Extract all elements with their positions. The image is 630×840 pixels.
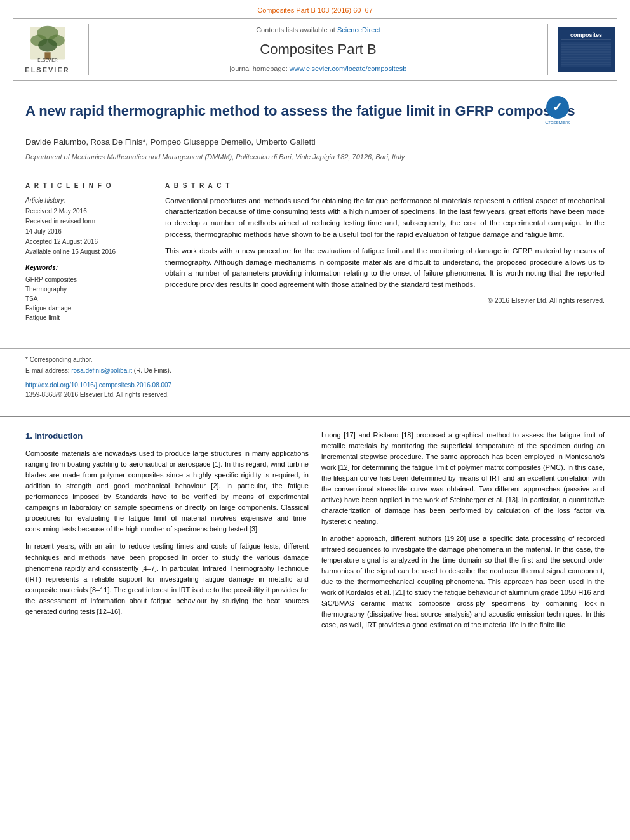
accepted-date: Accepted 12 August 2016 — [25, 237, 146, 246]
keywords-title: Keywords: — [25, 263, 146, 272]
keyword-fatigue-damage: Fatigue damage — [25, 303, 146, 313]
abstract-heading: A B S T R A C T — [165, 181, 605, 190]
journal-header: ELSEVIER ELSEVIER Contents lists availab… — [13, 18, 617, 81]
science-direct-prefix: Contents lists available at — [256, 26, 335, 34]
email-link[interactable]: rosa.definis@poliba.it — [71, 367, 132, 374]
affiliation: Department of Mechanics Mathematics and … — [25, 152, 605, 163]
section-label: Introduction — [34, 431, 83, 441]
article-body: A new rapid thermographic method to asse… — [0, 81, 630, 348]
corresponding-author: * Corresponding author. — [25, 355, 605, 364]
svg-text:ELSEVIER: ELSEVIER — [37, 58, 58, 62]
elsevier-name: ELSEVIER — [25, 65, 69, 76]
composites-logo-svg: composites — [558, 28, 614, 71]
title-text: A new rapid thermographic method to asse… — [25, 102, 605, 130]
history-title: Article history: — [25, 196, 146, 205]
keyword-gfrp: GFRP composites — [25, 275, 146, 284]
article-info-heading: A R T I C L E I N F O — [25, 181, 146, 190]
received-date: Received 2 May 2016 — [25, 206, 146, 216]
revised-date: 14 July 2016 — [25, 227, 146, 236]
footnote-area: * Corresponding author. E-mail address: … — [0, 348, 630, 375]
keywords-section: Keywords: GFRP composites Thermography T… — [25, 263, 146, 323]
crossmark-container: ✓ CrossMark — [545, 96, 570, 126]
homepage-url[interactable]: www.elsevier.com/locate/compositesb — [290, 65, 407, 72]
science-direct-link[interactable]: ScienceDirect — [337, 26, 380, 34]
revised-label: Received in revised form — [25, 217, 146, 226]
intro-p1: Composite materials are nowadays used to… — [25, 448, 309, 535]
crossmark-badge: ✓ CrossMark — [545, 96, 570, 126]
article-title: A new rapid thermographic method to asse… — [25, 102, 605, 121]
article-info-abstract: A R T I C L E I N F O Article history: R… — [25, 173, 605, 323]
elsevier-logo: ELSEVIER ELSEVIER — [25, 24, 69, 76]
elsevier-tree-icon: ELSEVIER — [25, 24, 70, 62]
right-column: Luong [17] and Risitano [18] proposed a … — [321, 430, 605, 637]
keyword-fatigue-limit: Fatigue limit — [25, 313, 146, 323]
elsevier-logo-container: ELSEVIER ELSEVIER — [13, 24, 89, 76]
keyword-thermo: Thermography — [25, 284, 146, 294]
keyword-tsa: TSA — [25, 294, 146, 303]
email-name: (R. De Finis). — [134, 367, 171, 374]
page: Composites Part B 103 (2016) 60–67 ELSEV… — [0, 0, 630, 637]
journal-title: Composites Part B — [260, 39, 376, 60]
homepage-line: journal homepage: www.elsevier.com/locat… — [230, 63, 407, 74]
composites-logo: composites — [558, 27, 615, 72]
journal-top-bar: Composites Part B 103 (2016) 60–67 — [0, 0, 630, 18]
intro-p4: In another approach, different authors [… — [321, 533, 605, 630]
abstract-p1: Conventional procedures and methods used… — [165, 196, 605, 241]
homepage-prefix: journal homepage: — [230, 65, 288, 72]
intro-p2: In recent years, with an aim to reduce t… — [25, 541, 309, 617]
main-content: 1. Introduction Composite materials are … — [0, 416, 630, 637]
copyright: © 2016 Elsevier Ltd. All rights reserved… — [165, 296, 605, 306]
journal-header-center: Contents lists available at ScienceDirec… — [89, 24, 547, 76]
svg-text:composites: composites — [570, 32, 601, 38]
email-line: E-mail address: rosa.definis@poliba.it (… — [25, 366, 605, 375]
section-1-title: 1. Introduction — [25, 430, 309, 443]
left-column: 1. Introduction Composite materials are … — [25, 430, 309, 637]
science-direct-line: Contents lists available at ScienceDirec… — [256, 25, 380, 36]
intro-p3: Luong [17] and Risitano [18] proposed a … — [321, 430, 605, 527]
composites-logo-container: composites — [547, 24, 617, 76]
email-label: E-mail address: — [25, 367, 69, 374]
online-date: Available online 15 August 2016 — [25, 247, 146, 257]
crossmark-circle: ✓ — [546, 96, 569, 119]
article-info: A R T I C L E I N F O Article history: R… — [25, 181, 146, 323]
issn-text: 1359-8368/© 2016 Elsevier Ltd. All right… — [25, 390, 605, 399]
article-history: Article history: Received 2 May 2016 Rec… — [25, 196, 146, 257]
svg-point-4 — [38, 39, 57, 51]
abstract-p2: This work deals with a new procedure for… — [165, 246, 605, 291]
authors: Davide Palumbo, Rosa De Finis*, Pompeo G… — [25, 136, 605, 149]
section-num: 1. — [25, 431, 32, 441]
abstract-text: Conventional procedures and methods used… — [165, 196, 605, 291]
crossmark-text: CrossMark — [545, 119, 570, 126]
title-row: A new rapid thermographic method to asse… — [25, 102, 605, 130]
doi-link[interactable]: http://dx.doi.org/10.1016/j.compositesb.… — [25, 380, 605, 390]
journal-ref: Composites Part B 103 (2016) 60–67 — [257, 6, 373, 14]
abstract-section: A B S T R A C T Conventional procedures … — [165, 181, 605, 323]
doi-area: http://dx.doi.org/10.1016/j.compositesb.… — [0, 377, 630, 403]
